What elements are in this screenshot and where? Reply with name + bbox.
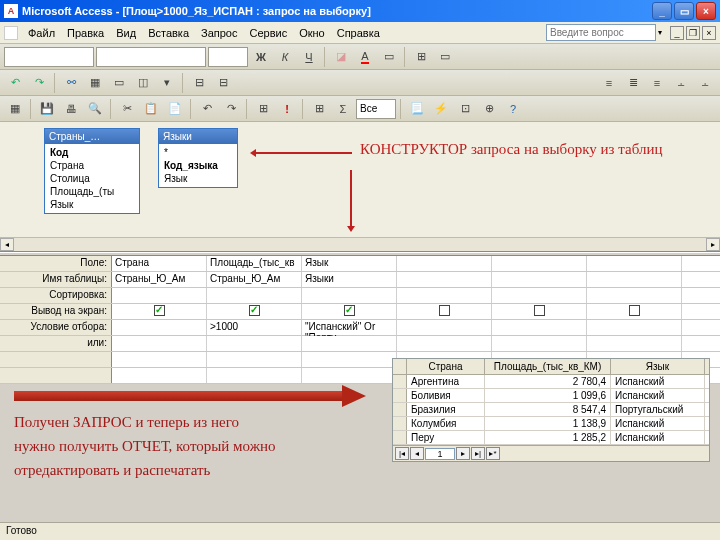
qbe-show-cell[interactable] [112,304,207,319]
field-item[interactable]: Язык [161,172,235,185]
scroll-left-button[interactable]: ◂ [0,238,14,251]
align-bottom-button[interactable]: ⫠ [694,72,716,94]
italic-button[interactable]: К [274,46,296,68]
result-cell[interactable]: Боливия [407,389,485,402]
result-row[interactable]: Боливия1 099,6Испанский [393,389,709,403]
dropdown-button[interactable]: ▾ [156,72,178,94]
insertrows-button[interactable]: ⊟ [188,72,210,94]
mdi-restore-button[interactable]: ❐ [686,26,700,40]
row-selector[interactable] [393,431,407,444]
result-cell[interactable]: 1 285,2 [485,431,611,444]
properties-button[interactable]: 📃 [406,98,428,120]
table-box-countries[interactable]: Страны_… Код Страна Столица Площадь_(ты … [44,128,140,214]
topvalues-combo[interactable]: Все [356,99,396,119]
preview-button[interactable]: 🔍 [84,98,106,120]
checkbox-icon[interactable] [439,305,450,316]
qbe-sort-cell[interactable] [587,288,682,303]
qbe-field-cell[interactable]: Страна [112,256,207,271]
field-item[interactable]: * [161,146,235,159]
nav-record-input[interactable] [425,448,455,460]
qbe-field-cell[interactable]: Площадь_(тыс_кв [207,256,302,271]
control-button[interactable]: ◫ [132,72,154,94]
qbe-criteria-cell[interactable] [492,320,587,335]
qbe-table-cell[interactable] [587,272,682,287]
menu-insert[interactable]: Вставка [142,25,195,41]
totals-button[interactable]: Σ [332,98,354,120]
nav-first-button[interactable]: |◂ [395,447,409,460]
undo-button[interactable]: ↶ [4,72,26,94]
align-left-button[interactable]: ≡ [598,72,620,94]
qbe-criteria-cell[interactable]: "Испанский" Or "Порту [302,320,397,335]
qbe-sort-cell[interactable] [207,288,302,303]
qbe-field-cell[interactable] [587,256,682,271]
field-item[interactable]: Столица [47,172,137,185]
nav-last-button[interactable]: ▸| [471,447,485,460]
result-column-header[interactable]: Площадь_(тыс_кв_КМ) [485,359,611,374]
qbe-field-cell[interactable]: Язык [302,256,397,271]
result-cell[interactable]: Колумбия [407,417,485,430]
font-combo[interactable] [96,47,206,67]
table-header[interactable]: Страны_… [45,129,139,144]
qbe-sort-cell[interactable] [397,288,492,303]
database-button[interactable]: ⊡ [454,98,476,120]
qbe-criteria-cell[interactable] [397,320,492,335]
linecolor-button[interactable]: ▭ [378,46,400,68]
underline-button[interactable]: Ч [298,46,320,68]
row-selector-header[interactable] [393,359,407,374]
qbe-or-cell[interactable] [207,336,302,351]
object-combo[interactable] [4,47,94,67]
qbe-table-cell[interactable]: Страны_Ю_Ам [112,272,207,287]
qbe-field-cell[interactable] [492,256,587,271]
qbe-show-cell[interactable] [207,304,302,319]
redo2-button[interactable]: ↷ [220,98,242,120]
result-cell[interactable]: Перу [407,431,485,444]
qbe-or-cell[interactable] [492,336,587,351]
hyperlink-button[interactable]: ⚯ [60,72,82,94]
result-column-header[interactable]: Язык [611,359,705,374]
result-row[interactable]: Бразилия8 547,4Португальский [393,403,709,417]
field-item[interactable]: Площадь_(ты [47,185,137,198]
field-item[interactable]: Код_языка [161,159,235,172]
help-button[interactable]: ? [502,98,524,120]
save-button[interactable]: 💾 [36,98,58,120]
align-right-button[interactable]: ≡ [646,72,668,94]
mdi-close-button[interactable]: × [702,26,716,40]
qbe-field-cell[interactable] [397,256,492,271]
qbe-show-cell[interactable] [587,304,682,319]
result-row[interactable]: Аргентина2 780,4Испанский [393,375,709,389]
checkbox-icon[interactable] [249,305,260,316]
result-column-header[interactable]: Страна [407,359,485,374]
align-top-button[interactable]: ⫠ [670,72,692,94]
rectangle-button[interactable]: ▭ [108,72,130,94]
qbe-show-cell[interactable] [397,304,492,319]
menu-edit[interactable]: Правка [61,25,110,41]
design-scrollbar[interactable]: ◂ ▸ [0,237,720,251]
result-cell[interactable]: 2 780,4 [485,375,611,388]
result-row[interactable]: Перу1 285,2Испанский [393,431,709,445]
minimize-button[interactable]: _ [652,2,672,20]
scroll-right-button[interactable]: ▸ [706,238,720,251]
undo2-button[interactable]: ↶ [196,98,218,120]
align-center-button[interactable]: ≣ [622,72,644,94]
qbe-criteria-cell[interactable] [587,320,682,335]
qbe-table-cell[interactable] [397,272,492,287]
table-box-languages[interactable]: Языки * Код_языка Язык [158,128,238,188]
cut-button[interactable]: ✂ [116,98,138,120]
newobject-button[interactable]: ⊕ [478,98,500,120]
result-cell[interactable]: Португальский [611,403,705,416]
gridlines-button[interactable]: ⊞ [410,46,432,68]
build-button[interactable]: ⚡ [430,98,452,120]
result-cell[interactable]: Аргентина [407,375,485,388]
row-selector[interactable] [393,403,407,416]
menu-help[interactable]: Справка [331,25,386,41]
field-item[interactable]: Страна [47,159,137,172]
result-cell[interactable]: Испанский [611,375,705,388]
result-cell[interactable]: Бразилия [407,403,485,416]
qbe-show-cell[interactable] [302,304,397,319]
menu-tools[interactable]: Сервис [243,25,293,41]
menu-window[interactable]: Окно [293,25,331,41]
qbe-or-cell[interactable] [112,336,207,351]
paste-button[interactable]: 📄 [164,98,186,120]
deleterows-button[interactable]: ⊟ [212,72,234,94]
result-cell[interactable]: 1 138,9 [485,417,611,430]
